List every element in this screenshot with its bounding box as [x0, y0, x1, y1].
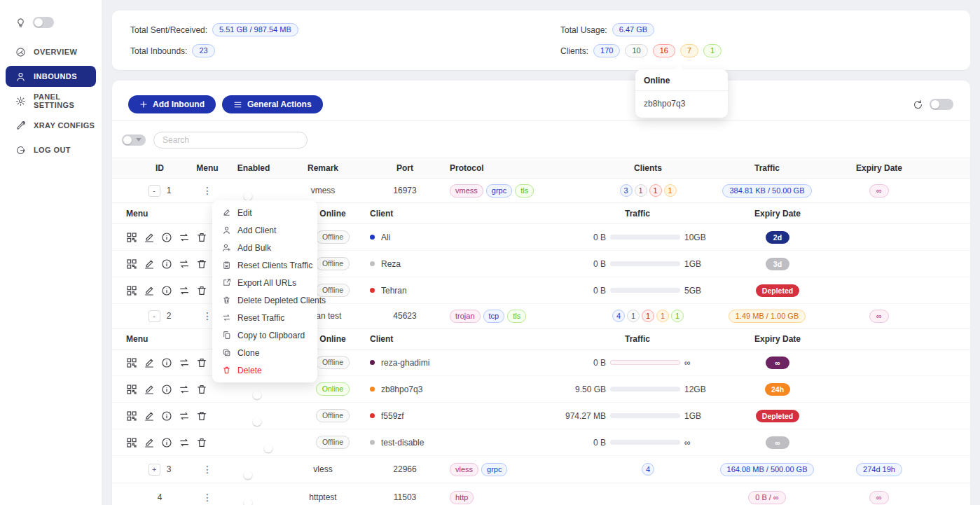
delete-icon[interactable]: [196, 258, 207, 270]
menu-item-delete-depleted-clients[interactable]: Delete Depleted Clients: [212, 291, 317, 309]
info-icon[interactable]: [161, 258, 172, 270]
col-client-expiry: Expiry Date: [729, 334, 827, 344]
reset-traffic-icon[interactable]: [179, 285, 190, 296]
edit-icon[interactable]: [144, 437, 155, 448]
edit-icon[interactable]: [144, 232, 155, 243]
protocol-tag: tcp: [483, 310, 505, 323]
client-count-tag[interactable]: 4: [612, 310, 625, 322]
qrcode-icon[interactable]: [126, 258, 137, 270]
row-menu-button[interactable]: ⋮: [193, 464, 221, 475]
col-client-menu: Menu: [126, 334, 217, 344]
protocol-tag: vless: [450, 463, 478, 476]
traffic-used: 0 B: [563, 438, 606, 448]
client-count-tag[interactable]: 1: [649, 184, 662, 197]
delete-icon[interactable]: [196, 232, 207, 243]
info-icon[interactable]: [161, 285, 172, 296]
menu-item-add-bulk[interactable]: Add Bulk: [212, 239, 317, 256]
delete-icon[interactable]: [196, 384, 207, 395]
delete-icon[interactable]: [196, 357, 207, 368]
qrcode-icon[interactable]: [126, 384, 137, 395]
reset-traffic-icon[interactable]: [179, 258, 190, 270]
traffic-bar: [610, 387, 680, 392]
qrcode-icon[interactable]: [126, 437, 137, 448]
clients-count-depleted[interactable]: 16: [653, 44, 675, 57]
protocol-tag: grpc: [481, 463, 507, 476]
clients-count-deactive[interactable]: 10: [625, 44, 647, 57]
client-count-tag[interactable]: 1: [642, 310, 654, 322]
client-row-f559zf: Offline f559zf 974.27 MB 1GB Depleted: [112, 403, 970, 429]
delete-icon[interactable]: [196, 410, 207, 422]
delete-icon[interactable]: [196, 437, 207, 448]
edit-icon[interactable]: [144, 384, 155, 395]
menu-item-export-all-urls[interactable]: Export All URLs: [212, 274, 317, 291]
qrcode-icon[interactable]: [126, 285, 137, 296]
sidebar-item-overview[interactable]: OVERVIEW: [6, 41, 96, 62]
info-icon[interactable]: [161, 384, 172, 395]
expand-button[interactable]: +: [149, 464, 160, 476]
menu-item-edit[interactable]: Edit: [212, 204, 317, 221]
theme-toggle[interactable]: [33, 17, 54, 28]
menu-item-label: Add Bulk: [237, 243, 271, 253]
reset-traffic-icon[interactable]: [179, 232, 190, 243]
client-count-tag[interactable]: 3: [620, 184, 633, 197]
sent-received-label: Total Sent/Received:: [130, 25, 207, 35]
reset-traffic-icon[interactable]: [179, 410, 190, 422]
delete-icon[interactable]: [196, 285, 207, 296]
qrcode-icon[interactable]: [126, 232, 137, 243]
client-dot: [370, 360, 375, 365]
client-count-tag[interactable]: 1: [627, 310, 640, 322]
client-count-tag[interactable]: 1: [656, 310, 669, 322]
popup-online-client: zb8hpo7q3: [635, 91, 728, 118]
reset-traffic-icon[interactable]: [179, 384, 190, 395]
edit-icon[interactable]: [144, 258, 155, 270]
add-inbound-button[interactable]: Add Inbound: [128, 95, 216, 113]
col-clients: Clients: [588, 163, 708, 173]
clients-count-total[interactable]: 170: [593, 44, 620, 57]
sidebar-item-panel-settings[interactable]: PANEL SETTINGS: [6, 90, 96, 111]
client-count-tag[interactable]: 4: [642, 463, 654, 476]
info-icon[interactable]: [161, 410, 172, 422]
menu-item-reset-clients-traffic[interactable]: Reset Clients Traffic: [212, 256, 317, 274]
client-status: Offline: [316, 230, 350, 244]
inbound-id: 4: [158, 492, 163, 502]
info-icon[interactable]: [161, 437, 172, 448]
clients-count-online[interactable]: 1: [703, 44, 722, 57]
sidebar-item-xray-configs[interactable]: XRAY CONFIGS: [6, 115, 96, 136]
menu-item-reset-traffic[interactable]: Reset Traffic: [212, 309, 317, 326]
funnel-icon: [136, 138, 142, 141]
row-menu-button[interactable]: ⋮: [193, 185, 221, 196]
menu-item-delete[interactable]: Delete: [212, 361, 317, 379]
traffic-limit: ∞: [684, 438, 712, 448]
auto-refresh-toggle[interactable]: [930, 99, 953, 110]
reset-traffic-icon[interactable]: [179, 437, 190, 448]
logout-icon: [15, 145, 26, 155]
sidebar-item-inbounds[interactable]: INBOUNDS: [6, 66, 96, 87]
collapse-button[interactable]: -: [149, 310, 160, 322]
client-count-tag[interactable]: 1: [671, 310, 684, 322]
reset-traffic-icon[interactable]: [179, 357, 190, 368]
client-count-tag[interactable]: 1: [635, 184, 647, 197]
menu-item-copy-to-clipboard[interactable]: Copy to Clipboard: [212, 326, 317, 344]
qrcode-icon[interactable]: [126, 357, 137, 368]
general-actions-button[interactable]: General Actions: [222, 95, 323, 113]
menu-item-clone[interactable]: Clone: [212, 344, 317, 361]
edit-icon[interactable]: [144, 357, 155, 368]
edit-icon[interactable]: [144, 410, 155, 422]
client-name: Reza: [381, 259, 401, 269]
refresh-icon[interactable]: [913, 99, 923, 110]
row-menu-button[interactable]: ⋮: [193, 492, 221, 503]
search-input[interactable]: [153, 132, 308, 148]
protocol-tag: http: [450, 491, 474, 504]
info-icon[interactable]: [161, 357, 172, 368]
edit-icon[interactable]: [144, 285, 155, 296]
menu-item-label: Delete: [237, 366, 262, 375]
client-count-tag[interactable]: 1: [664, 184, 677, 197]
menu-item-add-client[interactable]: Add Client: [212, 221, 317, 239]
clients-count-expiring[interactable]: 7: [680, 44, 698, 57]
sidebar-item-log-out[interactable]: LOG OUT: [6, 139, 96, 160]
collapse-button[interactable]: -: [149, 185, 160, 197]
qrcode-icon[interactable]: [126, 410, 137, 422]
client-expiry-badge: Depleted: [756, 284, 799, 297]
filter-toggle[interactable]: [122, 134, 146, 146]
info-icon[interactable]: [161, 232, 172, 243]
